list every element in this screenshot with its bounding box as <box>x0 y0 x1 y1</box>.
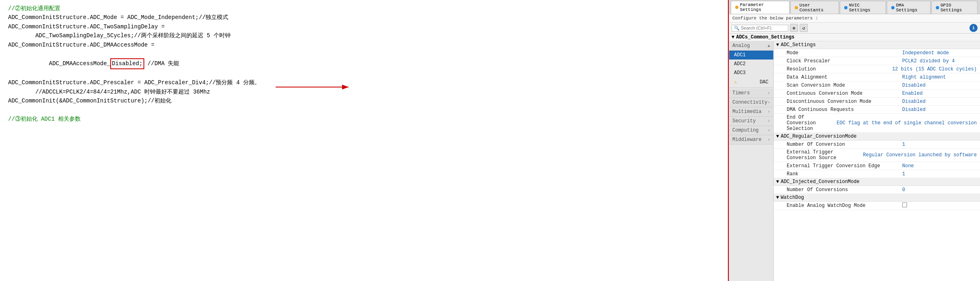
sidebar-section-multimedia[interactable]: Multimedia › <box>729 107 773 117</box>
continuous-conversion-value: Enabled <box>899 90 980 97</box>
tab-param-settings[interactable]: Parameter Settings <box>731 1 790 14</box>
right-panel: Parameter Settings User Constants NVIC S… <box>729 0 980 281</box>
clock-prescaler-value: PCLK2 divided by 4 <box>899 57 980 65</box>
code-line-5: ADC_CommonInitStructure.ADC_DMAAccessMod… <box>8 40 720 49</box>
security-label: Security <box>732 118 756 124</box>
dac-label: DAC <box>760 79 768 85</box>
code-line-11: //③初始化 ADC1 相关参数 <box>8 115 720 123</box>
tab-nvic-label: NVIC Settings <box>849 3 882 13</box>
tab-dot-user <box>795 6 798 9</box>
sidebar-item-adc1[interactable]: ADC1 <box>729 51 773 60</box>
search-box[interactable]: 🔍 <box>732 25 788 32</box>
chevron-down-icon: ▼ <box>732 34 734 40</box>
dma-continuous-value: Disabled <box>899 106 980 113</box>
settings-row-mode[interactable]: Mode Independent mode <box>774 49 980 57</box>
data-alignment-label: Data Alignment <box>774 74 899 81</box>
settings-row-discontinuous-conversion[interactable]: Discontinuous Conversion Mode Disabled <box>774 98 980 106</box>
adc-regular-label: ADC_Regular_ConversionMode <box>781 134 856 139</box>
adc-regular-group-header[interactable]: ▼ ADC_Regular_ConversionMode <box>774 133 980 140</box>
adc1-label: ADC1 <box>734 52 746 58</box>
code-line-blank <box>8 105 720 114</box>
sidebar-item-adc2[interactable]: ADC2 <box>729 60 773 68</box>
adc-settings-group-header[interactable]: ▼ ADC_Settings <box>774 41 980 49</box>
adc-regular-chevron-icon: ▼ <box>776 134 779 139</box>
injected-num-label: Number Of Conversions <box>774 186 899 194</box>
watchdog-checkbox[interactable] <box>902 202 907 207</box>
sidebar-item-dac[interactable]: ⚠ DAC <box>729 77 773 87</box>
mode-value: Independent mode <box>899 49 980 57</box>
tab-dma-settings[interactable]: DMA Settings <box>887 1 931 14</box>
ext-trigger-edge-label: External Trigger Conversion Edge <box>774 162 899 170</box>
watchdog-label: WatchDog <box>781 195 804 200</box>
tab-user-label: User Constants <box>800 3 835 13</box>
resolution-label: Resolution <box>774 66 889 73</box>
adc2-label: ADC2 <box>734 61 746 67</box>
sidebar-divider-1 <box>729 87 773 88</box>
code-line-7: ADC_CommonInitStructure.ADC_Prescaler = … <box>8 78 720 87</box>
watchdog-group-header[interactable]: ▼ WatchDog <box>774 194 980 202</box>
rank-value: 1 <box>899 170 980 178</box>
settings-row-clock-prescaler[interactable]: Clock Prescaler PCLK2 divided by 4 <box>774 57 980 65</box>
highlight-disabled: Disabled; <box>110 58 144 69</box>
sidebar-section-connectivity[interactable]: Connectivity › <box>729 98 773 107</box>
continuous-conversion-label: Continuous Conversion Mode <box>774 90 899 97</box>
multimedia-chevron-icon: › <box>768 110 770 114</box>
watchdog-chevron-icon: ▼ <box>776 195 779 200</box>
timers-label: Timers <box>732 90 750 96</box>
middleware-chevron-icon: › <box>768 138 770 142</box>
settings-row-num-conversion[interactable]: Number Of Conversion 1 <box>774 140 980 149</box>
timers-chevron-icon: › <box>768 91 770 96</box>
analog-chevron-icon: ▲ <box>768 44 770 48</box>
discontinuous-conversion-value: Disabled <box>899 98 980 105</box>
tab-nvic-settings[interactable]: NVIC Settings <box>840 1 886 14</box>
tab-dot-param <box>735 6 738 9</box>
settings-row-data-alignment[interactable]: Data Alignment Right alignment <box>774 73 980 81</box>
search-input[interactable] <box>741 26 781 30</box>
code-line-9: ADC_CommonInit(&ADC_CommonInitStructure)… <box>8 96 720 105</box>
adc-settings-chevron-icon: ▼ <box>776 42 779 48</box>
add-icon-btn[interactable]: ⊕ <box>790 24 798 32</box>
sidebar-section-analog[interactable]: Analog ▲ <box>729 41 773 51</box>
num-conversion-value: 1 <box>899 141 980 148</box>
refresh-icon-btn[interactable]: ↺ <box>800 24 808 32</box>
resolution-value: 12 bits (15 ADC Clock cycles) <box>889 66 980 73</box>
computing-chevron-icon: › <box>768 128 770 133</box>
sidebar-section-timers[interactable]: Timers › <box>729 89 773 98</box>
sidebar-section-security[interactable]: Security › <box>729 117 773 126</box>
code-line-3: ADC_CommonInitStructure.ADC_TwoSamplingD… <box>8 22 720 31</box>
rank-label: Rank <box>774 170 899 178</box>
info-icon-btn[interactable]: i <box>969 24 978 32</box>
watchdog-enable-label: Enable Analog WatchDog Mode <box>774 202 899 209</box>
tab-user-constants[interactable]: User Constants <box>790 1 839 14</box>
settings-row-ext-trigger-src[interactable]: External Trigger Conversion Source Regul… <box>774 149 980 162</box>
sidebar-section-middleware[interactable]: Middleware › <box>729 135 773 145</box>
adc-injected-label: ADC_Injected_ConversionMode <box>781 179 859 185</box>
eoc-value: EOC flag at the end of single channel co… <box>833 119 980 127</box>
warning-icon: ⚠ <box>734 79 737 85</box>
settings-row-ext-trigger-edge[interactable]: External Trigger Conversion Edge None <box>774 162 980 170</box>
sidebar-section-computing[interactable]: Computing › <box>729 126 773 135</box>
num-conversion-label: Number Of Conversion <box>774 141 899 148</box>
sidebar-item-adc3[interactable]: ADC3 <box>729 68 773 77</box>
right-inner: Analog ▲ ADC1 ADC2 ADC3 ⚠ DAC Timers › <box>729 41 980 281</box>
ext-trigger-src-label: External Trigger Conversion Source <box>774 149 860 162</box>
eoc-label: End Of Conversion Selection <box>774 114 833 132</box>
settings-row-rank[interactable]: Rank 1 <box>774 170 980 178</box>
discontinuous-conversion-label: Discontinuous Conversion Mode <box>774 98 899 105</box>
settings-row-injected-num[interactable]: Number Of Conversions 0 <box>774 186 980 194</box>
settings-row-eoc[interactable]: End Of Conversion Selection EOC flag at … <box>774 114 980 133</box>
tab-dma-label: DMA Settings <box>896 3 926 13</box>
settings-content: ▼ ADC_Settings Mode Independent mode Clo… <box>774 41 980 281</box>
settings-row-scan-conversion[interactable]: Scan Conversion Mode Disabled <box>774 81 980 89</box>
settings-row-continuous-conversion[interactable]: Continuous Conversion Mode Enabled <box>774 89 980 98</box>
settings-row-dma-continuous[interactable]: DMA Continuous Requests Disabled <box>774 106 980 114</box>
tab-gpio-settings[interactable]: GPIO Settings <box>931 1 978 14</box>
clock-prescaler-label: Clock Prescaler <box>774 57 899 65</box>
adc3-label: ADC3 <box>734 70 746 76</box>
adc-injected-group-header[interactable]: ▼ ADC_Injected_ConversionMode <box>774 178 980 186</box>
connectivity-label: Connectivity <box>732 100 767 105</box>
settings-row-watchdog-enable[interactable]: Enable Analog WatchDog Mode <box>774 202 980 210</box>
code-line-2: ADC_CommonInitStructure.ADC_Mode = ADC_M… <box>8 13 720 22</box>
settings-row-resolution[interactable]: Resolution 12 bits (15 ADC Clock cycles) <box>774 65 980 73</box>
analog-label: Analog <box>732 43 750 49</box>
